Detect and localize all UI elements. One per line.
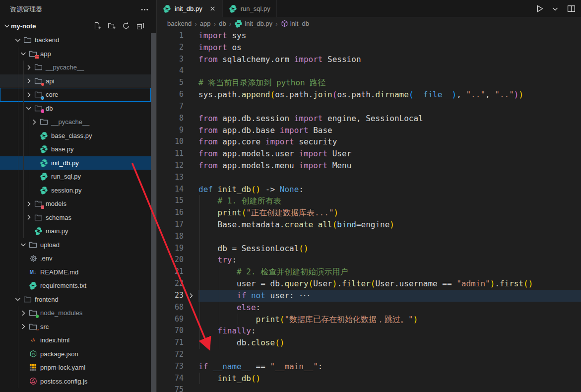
project-root-row[interactable]: my-note	[0, 19, 156, 33]
code-line-4[interactable]: 4	[157, 65, 581, 77]
code-line-68[interactable]: 68 else:	[157, 302, 581, 314]
indent-guide	[199, 219, 200, 231]
breadcrumb-item-db[interactable]: db	[219, 20, 226, 27]
collapse-all-button[interactable]	[135, 21, 145, 31]
code-line-23[interactable]: 23 if not user:···	[157, 290, 581, 302]
breadcrumb-item-app[interactable]: app	[200, 20, 211, 27]
tree-item-backend[interactable]: backend	[0, 33, 151, 47]
code-line-19[interactable]: 19 db = SessionLocal()	[157, 243, 581, 255]
code-line-18[interactable]: 18	[157, 231, 581, 243]
chevron-right-icon[interactable]	[25, 91, 33, 99]
code-line-15[interactable]: 15 # 1. 创建所有表	[157, 195, 581, 207]
tree-item-.env[interactable]: .env	[0, 252, 151, 265]
code-token: (	[270, 90, 275, 99]
code-line-22[interactable]: 22 user = db.query(User).filter(User.use…	[157, 278, 581, 290]
tab-init_db.py[interactable]: init_db.py	[157, 0, 223, 17]
chevron-right-icon[interactable]	[25, 64, 33, 71]
code-line-72[interactable]: 72	[157, 349, 581, 361]
close-icon[interactable]	[209, 5, 216, 12]
tree-item-session.py[interactable]: session.py	[0, 184, 151, 197]
tree-item-frontend[interactable]: frontend	[0, 293, 151, 307]
code-line-21[interactable]: 21 # 2. 检查并创建初始演示用户	[157, 266, 581, 278]
breadcrumb-item-init_db.py[interactable]: init_db.py	[234, 19, 272, 28]
tree-item-package.json[interactable]: JSpackage.json	[0, 347, 151, 361]
breadcrumb-item-init_db[interactable]: init_db	[281, 20, 309, 27]
chevron-down-icon[interactable]	[25, 104, 33, 112]
tree-item-app[interactable]: app	[0, 47, 151, 61]
code-line-71[interactable]: 71 db.close()	[157, 337, 581, 349]
code-token: join	[313, 90, 332, 99]
code-content: from app.db.base import Base	[198, 125, 581, 136]
tree-item-src[interactable]: ‹›src	[0, 320, 151, 334]
new-folder-button[interactable]	[107, 21, 117, 31]
chevron-right-icon[interactable]	[19, 323, 27, 330]
chevron-right-icon[interactable]	[25, 77, 33, 85]
code-line-70[interactable]: 70 finally:	[157, 325, 581, 337]
chevron-right-icon[interactable]	[25, 200, 33, 208]
breadcrumb-label: db	[219, 20, 226, 27]
code-line-74[interactable]: 74 init_db()	[157, 373, 581, 385]
code-line-17[interactable]: 17 Base.metadata.create_all(bind=engine)	[157, 219, 581, 231]
chevron-down-icon[interactable]	[19, 50, 27, 58]
tree-indent-guide	[18, 61, 18, 74]
code-line-6[interactable]: 6sys.path.append(os.path.join(os.path.di…	[157, 89, 581, 101]
tree-item-requirements.txt[interactable]: requirements.txt	[0, 279, 151, 293]
split-editor-button[interactable]	[566, 4, 576, 14]
code-line-5[interactable]: 5# 将当前目录添加到 python 路径	[157, 77, 581, 89]
sidebar-scrollbar[interactable]	[151, 33, 156, 392]
code-line-16[interactable]: 16 print("正在创建数据库表...")	[157, 207, 581, 219]
code-line-11[interactable]: 11from app.models.user import User	[157, 148, 581, 160]
tree-indent-guide	[18, 224, 18, 238]
folded-code-ellipsis[interactable]: ···	[299, 291, 310, 300]
tree-item-__pycache__[interactable]: __pycache__	[0, 115, 151, 129]
code-line-3[interactable]: 3from sqlalchemy.orm import Session	[157, 54, 581, 65]
tree-item-models[interactable]: models	[0, 197, 151, 211]
new-file-button[interactable]	[92, 21, 102, 31]
tree-item-api[interactable]: api	[0, 74, 151, 88]
code-line-12[interactable]: 12from app.models.menu import Menu	[157, 160, 581, 172]
tree-item-init_db.py[interactable]: init_db.py	[0, 156, 151, 170]
chevron-down-icon[interactable]	[14, 295, 22, 303]
code-line-14[interactable]: 14def init_db() -> None:	[157, 184, 581, 196]
chevron-right-icon[interactable]	[25, 213, 33, 221]
code-line-1[interactable]: 1import sys	[157, 30, 581, 42]
tree-item-run_sql.py[interactable]: run_sql.py	[0, 170, 151, 184]
tree-item-index.html[interactable]: ‹/›index.html	[0, 333, 151, 347]
code-line-20[interactable]: 20 try:	[157, 254, 581, 266]
tree-item-postcss.config.js[interactable]: postcss.config.js	[0, 375, 151, 389]
tree-item-schemas[interactable]: schemas	[0, 211, 151, 225]
code-line-13[interactable]: 13	[157, 172, 581, 184]
tree-item-node_modules[interactable]: node_modules	[0, 306, 151, 320]
tab-run_sql.py[interactable]: run_sql.py	[223, 0, 277, 17]
fold-gutter	[184, 302, 198, 314]
tree-item-upload[interactable]: upload	[0, 238, 151, 252]
code-token: (	[332, 220, 337, 229]
more-icon[interactable]	[139, 4, 149, 14]
code-line-75[interactable]: 75	[157, 384, 581, 392]
refresh-button[interactable]	[121, 21, 131, 31]
code-line-10[interactable]: 10from app.core import security	[157, 136, 581, 148]
chevron-down-button[interactable]	[550, 4, 560, 14]
chevron-down-icon[interactable]	[14, 36, 22, 44]
tree-item-base.py[interactable]: base.py	[0, 142, 151, 156]
chevron-right-icon[interactable]	[19, 309, 27, 317]
tree-item-core[interactable]: core	[0, 88, 151, 102]
code-line-69[interactable]: 69 print("数据库已存在初始化数据，跳过。")	[157, 314, 581, 326]
code-line-7[interactable]: 7	[157, 101, 581, 113]
tree-item-README.md[interactable]: M↓README.md	[0, 265, 151, 279]
code-line-2[interactable]: 2import os	[157, 42, 581, 54]
chevron-right-icon[interactable]	[30, 118, 38, 126]
tree-item-base_class.py[interactable]: base_class.py	[0, 129, 151, 143]
code-line-73[interactable]: 73if __name__ == "__main__":	[157, 361, 581, 373]
tree-item-__pycache__[interactable]: __pycache__	[0, 61, 151, 74]
code-line-8[interactable]: 8from app.db.session import engine, Sess…	[157, 113, 581, 125]
code-token: import	[299, 149, 327, 158]
run-button[interactable]	[534, 4, 544, 14]
fold-chevron-icon[interactable]	[184, 290, 198, 302]
tree-item-pnpm-lock.yaml[interactable]: pnpm-lock.yaml	[0, 361, 151, 375]
code-line-9[interactable]: 9from app.db.base import Base	[157, 125, 581, 136]
chevron-down-icon[interactable]	[19, 241, 27, 249]
breadcrumb-item-backend[interactable]: backend	[167, 20, 192, 27]
tree-item-db[interactable]: db	[0, 102, 151, 116]
tree-item-main.py[interactable]: main.py	[0, 224, 151, 238]
